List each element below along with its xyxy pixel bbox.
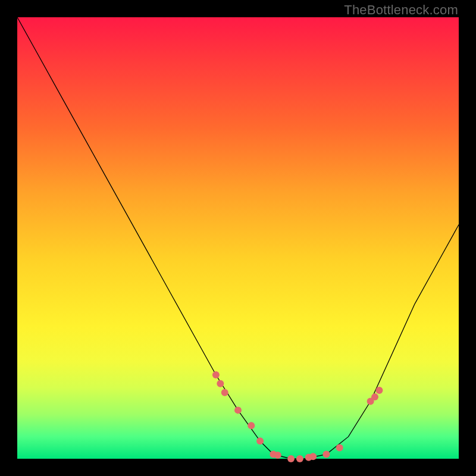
data-point xyxy=(336,444,343,451)
data-point xyxy=(234,406,242,414)
data-point xyxy=(248,422,255,429)
data-point xyxy=(371,393,378,400)
chart-frame: TheBottleneck.com xyxy=(0,0,476,476)
curve-group xyxy=(17,17,459,459)
bottleneck-curve xyxy=(17,17,459,459)
chart-svg xyxy=(17,17,459,459)
markers-group xyxy=(212,371,383,462)
data-point xyxy=(274,452,281,459)
watermark-text: TheBottleneck.com xyxy=(344,2,458,18)
data-point xyxy=(309,453,317,460)
data-point xyxy=(256,437,264,444)
data-point xyxy=(221,389,228,396)
data-point xyxy=(296,455,303,462)
data-point xyxy=(217,380,224,387)
data-point xyxy=(287,455,295,462)
plot-area xyxy=(17,17,459,459)
data-point xyxy=(322,451,330,458)
data-point xyxy=(375,387,383,394)
data-point xyxy=(212,371,220,378)
